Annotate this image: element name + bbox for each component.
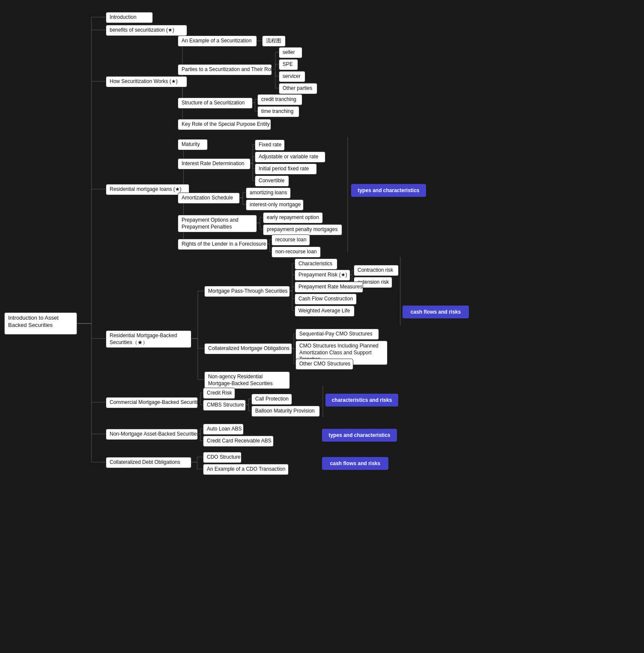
node-amortizing_loans: amortizing loans	[246, 187, 291, 199]
node-recourse_loan: recourse loan	[271, 234, 310, 246]
node-non_recourse: non-recourse loan	[271, 246, 321, 258]
node-cmbs: Commercial Mortgage-Backed Securities	[106, 397, 198, 408]
node-mpts: Mortgage Pass-Through Securities	[204, 286, 290, 297]
badge-badge_char_risks: characteristics and risks	[325, 394, 398, 407]
node-credit_tranching: credit tranching	[257, 94, 302, 105]
node-interest_rate_det: Interest Rate Determination	[178, 158, 250, 169]
badge-badge_types2: types and characteristics	[322, 429, 397, 442]
node-res_mbs: Residential Mortgage-Backed Securities（★…	[106, 330, 191, 348]
node-wal: Weighted Average Life	[295, 306, 355, 317]
node-interest_only: interest-only mortgage	[246, 199, 304, 211]
node-prepayment_risk: Prepayment Risk (★)	[295, 270, 350, 281]
node-prepayment_rate: Prepayment Rate Measures	[295, 282, 363, 293]
node-auto_loan: Auto Loan ABS	[203, 424, 244, 435]
node-root: Introduction to Asset Backed Securities	[4, 312, 77, 335]
node-initial_fixed: Initial period fixed rate	[255, 163, 317, 175]
node-credit_risk: Credit Risk	[203, 388, 235, 399]
node-other_cmo: Other CMO Structures	[295, 359, 353, 370]
node-characteristics: Characteristics	[295, 258, 337, 270]
node-prepayment_penalty: prepayment penalty mortgages	[263, 224, 342, 235]
badge-badge_cashflows: cash flows and risks	[402, 306, 469, 318]
node-cdo: Collateralized Debt Obligations	[106, 457, 191, 468]
mindmap-canvas: Introduction to Asset Backed SecuritiesI…	[0, 0, 644, 653]
node-cmo: Collateralized Mortgage Obligations	[204, 343, 292, 354]
node-flowchart: 流程图	[262, 36, 286, 47]
node-early_repayment: early repayment option	[263, 212, 323, 223]
node-convertible: Convertible	[255, 175, 289, 187]
node-non_mortgage_abs: Non-Mortgage Asset-Backed Securities	[106, 429, 198, 440]
node-amortization: Amortization Schedule	[178, 193, 240, 204]
badge-badge_cashflows2: cash flows and risks	[322, 457, 388, 470]
node-key_role: Key Role of the Special Purpose Entity	[178, 119, 271, 130]
node-non_agency_rmbs: Non-agency Residential Mortgage-Backed S…	[204, 371, 290, 389]
node-cdo_example: An Example of a CDO Transaction	[203, 464, 289, 475]
node-balloon_maturity: Balloon Maturity Provision	[251, 406, 320, 417]
node-contraction_risk: Contraction risk	[354, 265, 399, 276]
node-example_sec: An Example of a Securitization	[178, 36, 257, 47]
node-credit_card: Credit Card Receivable ABS	[203, 436, 274, 447]
node-prepayment: Prepayment Options and Prepayment Penalt…	[178, 215, 257, 232]
node-spe: SPE	[279, 59, 298, 70]
node-structure_sec: Structure of a Securitization	[178, 98, 253, 109]
node-servicer: servicer	[279, 71, 305, 82]
node-adj_rate: Adjustable or variable rate	[255, 151, 325, 163]
node-fixed_rate: Fixed rate	[255, 140, 285, 151]
node-res_mortgage: Residential mortgage loans (★)	[106, 184, 189, 195]
node-introduction: Introduction	[106, 12, 153, 23]
node-cash_flow_const: Cash Flow Construction	[295, 294, 357, 305]
node-maturity: Maturity	[178, 139, 208, 150]
node-other_parties: Other parties	[279, 83, 317, 94]
node-call_protection: Call Protection	[251, 394, 292, 405]
node-cmbs_structure: CMBS Structure	[203, 400, 246, 411]
node-how_sec: How Securitization Works (★)	[106, 76, 187, 87]
node-seller: seller	[279, 47, 302, 58]
node-sequential_cmo: Sequential-Pay CMO Structures	[295, 329, 379, 340]
node-cdo_structure: CDO Structure	[203, 452, 242, 463]
node-time_tranching: time tranching	[257, 106, 299, 117]
node-benefits: benefits of securitization (★)	[106, 25, 187, 36]
node-parties: Parties to a Securitization and Their Ro…	[178, 64, 272, 75]
badge-badge_types1: types and characteristics	[351, 184, 426, 197]
node-rights_lender: Rights of the Lender in a Foreclosure	[178, 239, 268, 250]
